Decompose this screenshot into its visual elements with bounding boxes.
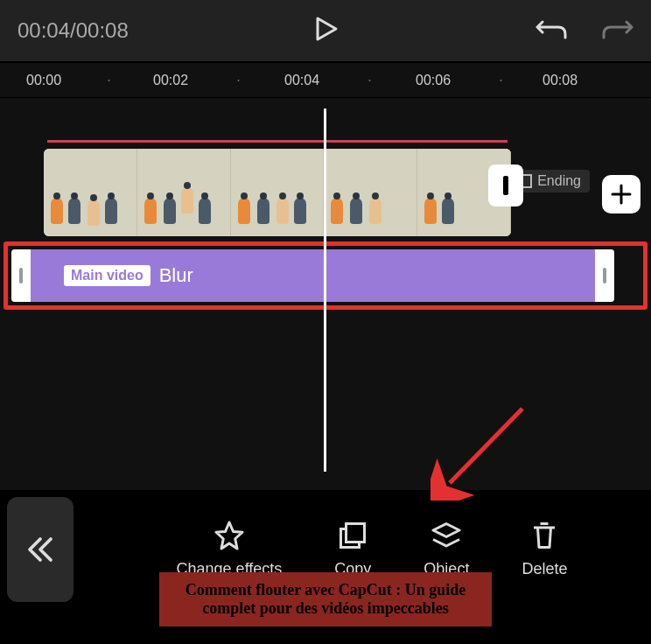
tool-change-effects[interactable]: Change effects xyxy=(177,520,283,579)
effect-handle-right[interactable] xyxy=(595,249,614,302)
ruler-dot: · xyxy=(107,71,111,89)
top-bar: 00:04/00:08 xyxy=(0,0,651,63)
trash-icon xyxy=(528,520,560,551)
plus-icon xyxy=(610,183,633,206)
collapse-button[interactable] xyxy=(7,497,74,602)
tutorial-caption: Comment flouter avec CapCut : Un guide c… xyxy=(159,572,492,626)
tool-label: Delete xyxy=(522,560,567,578)
tool-delete[interactable]: Delete xyxy=(522,520,567,579)
play-button[interactable] xyxy=(310,13,341,48)
ruler-dot: · xyxy=(499,71,503,89)
redo-button[interactable] xyxy=(602,17,634,45)
effect-track[interactable]: Main video Blur xyxy=(11,249,614,302)
svg-rect-1 xyxy=(346,524,365,542)
ruler-mark: 00:00 xyxy=(26,73,61,88)
effect-name: Blur xyxy=(159,264,193,287)
ruler-mark: 00:04 xyxy=(284,73,319,88)
ruler-mark: 00:06 xyxy=(416,73,451,88)
video-thumbnail xyxy=(324,149,417,236)
undo-redo-group xyxy=(536,17,634,45)
time-display: 00:04/00:08 xyxy=(18,18,129,43)
video-thumbnail xyxy=(137,149,231,236)
video-thumbnail xyxy=(44,149,137,236)
play-icon xyxy=(310,13,341,45)
split-handle[interactable] xyxy=(488,164,523,206)
effect-badge: Main video xyxy=(64,265,150,286)
add-clip-button[interactable] xyxy=(602,175,640,214)
timeline-ruler[interactable]: 00:00 · 00:02 · 00:04 · 00:06 · 00:08 xyxy=(0,63,651,98)
ruler-mark: 00:08 xyxy=(542,73,578,88)
tool-object[interactable]: Object xyxy=(424,520,469,579)
timeline-area[interactable]: Ending Main video Blur xyxy=(0,98,651,490)
ruler-dot: · xyxy=(236,71,241,89)
effect-handle-left[interactable] xyxy=(11,249,31,302)
video-track[interactable] xyxy=(44,149,511,236)
undo-button[interactable] xyxy=(536,17,567,45)
playhead[interactable] xyxy=(324,108,326,472)
undo-icon xyxy=(536,17,567,41)
layers-icon xyxy=(430,520,462,551)
tool-items: Change effects Copy Object Delete xyxy=(100,520,644,579)
ruler-dot: · xyxy=(368,71,372,89)
video-marker-line xyxy=(47,140,508,143)
ending-label: Ending xyxy=(537,173,581,189)
redo-icon xyxy=(602,17,634,41)
star-icon xyxy=(214,520,245,551)
video-clip[interactable] xyxy=(44,149,511,236)
video-thumbnail xyxy=(231,149,325,236)
copy-icon xyxy=(337,520,368,551)
tool-copy[interactable]: Copy xyxy=(334,520,371,579)
ruler-mark: 00:02 xyxy=(153,73,188,88)
chevron-double-left-icon xyxy=(24,534,56,565)
